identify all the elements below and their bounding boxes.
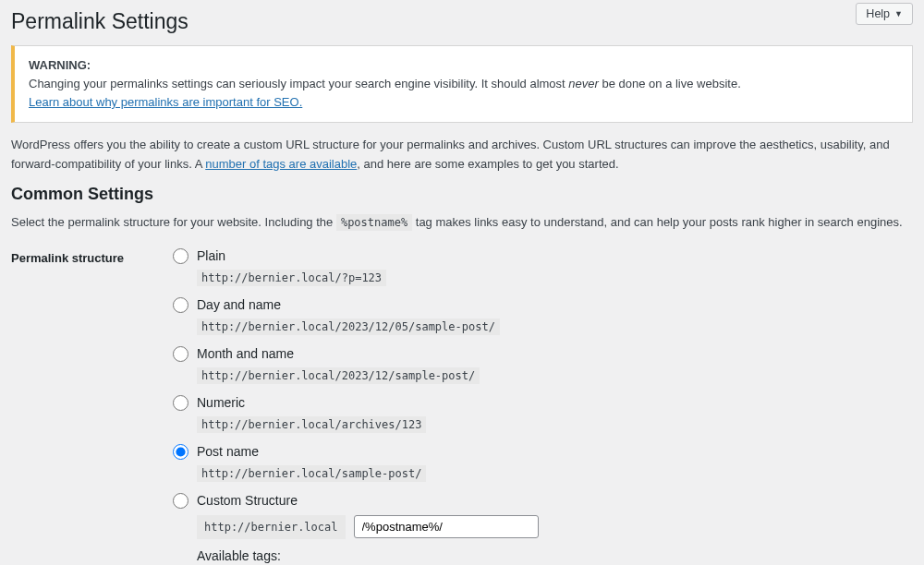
- radio-day-name[interactable]: [173, 297, 188, 313]
- section-heading: Common Settings: [11, 185, 913, 204]
- radio-custom[interactable]: [173, 493, 188, 509]
- custom-structure-input[interactable]: [354, 515, 539, 538]
- label-numeric: Numeric: [197, 395, 245, 410]
- example-plain: http://bernier.local/?p=123: [197, 270, 386, 286]
- notice-heading: WARNING:: [29, 58, 91, 72]
- notice-text-1: Changing your permalinks settings can se…: [29, 77, 568, 90]
- section-subtext: Select the permalink structure for your …: [11, 213, 913, 232]
- label-month-name: Month and name: [197, 346, 294, 361]
- subtext-before: Select the permalink structure for your …: [11, 215, 336, 229]
- intro-text-2: , and here are some examples to get you …: [357, 157, 618, 171]
- radio-month-name[interactable]: [173, 346, 188, 362]
- option-day-name: Day and name http://bernier.local/2023/1…: [173, 297, 913, 333]
- subtext-after: tag makes links easy to understand, and …: [416, 215, 903, 229]
- label-post-name: Post name: [197, 444, 259, 459]
- option-post-name: Post name http://bernier.local/sample-po…: [173, 444, 913, 480]
- permalink-structure-label: Permalink structure: [11, 248, 173, 265]
- warning-notice: WARNING: Changing your permalinks settin…: [11, 45, 913, 123]
- option-plain: Plain http://bernier.local/?p=123: [173, 248, 913, 284]
- radio-plain[interactable]: [173, 248, 188, 264]
- notice-text-2: be done on a live website.: [599, 77, 741, 90]
- intro-paragraph: WordPress offers you the ability to crea…: [11, 136, 913, 173]
- option-numeric: Numeric http://bernier.local/archives/12…: [173, 395, 913, 431]
- label-day-name: Day and name: [197, 297, 281, 312]
- radio-post-name[interactable]: [173, 444, 188, 460]
- help-button[interactable]: Help ▼: [856, 3, 913, 25]
- option-month-name: Month and name http://bernier.local/2023…: [173, 346, 913, 382]
- radio-numeric[interactable]: [173, 395, 188, 411]
- chevron-down-icon: ▼: [894, 9, 903, 18]
- example-day-name: http://bernier.local/2023/12/05/sample-p…: [197, 319, 500, 335]
- label-plain: Plain: [197, 248, 225, 263]
- page-title: Permalink Settings: [11, 0, 913, 45]
- example-month-name: http://bernier.local/2023/12/sample-post…: [197, 367, 480, 384]
- example-numeric: http://bernier.local/archives/123: [197, 416, 426, 433]
- subtext-code: %postname%: [336, 214, 412, 231]
- label-custom: Custom Structure: [197, 493, 298, 508]
- intro-link[interactable]: number of tags are available: [205, 157, 357, 171]
- example-post-name: http://bernier.local/sample-post/: [197, 465, 426, 482]
- notice-link[interactable]: Learn about why permalinks are important…: [29, 95, 302, 109]
- custom-prefix: http://bernier.local: [197, 515, 346, 539]
- available-tags-label: Available tags:: [197, 548, 913, 563]
- notice-em: never: [568, 77, 599, 90]
- option-custom: Custom Structure http://bernier.local Av…: [173, 493, 913, 565]
- help-label: Help: [866, 7, 890, 20]
